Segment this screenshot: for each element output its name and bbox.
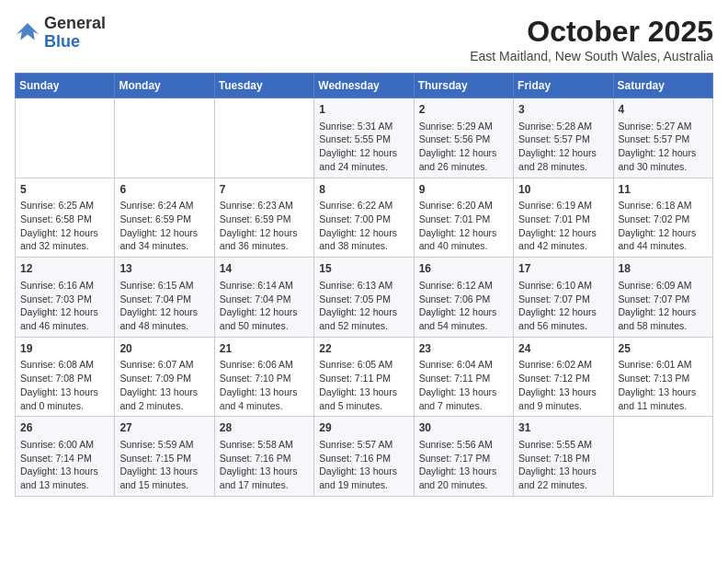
day-number: 25 (619, 341, 708, 357)
calendar-cell: 28Sunrise: 5:58 AM Sunset: 7:16 PM Dayli… (214, 417, 313, 497)
calendar-cell (214, 98, 313, 178)
cell-content: Sunrise: 6:07 AM Sunset: 7:09 PM Dayligh… (119, 358, 209, 412)
calendar-cell: 15Sunrise: 6:13 AM Sunset: 7:05 PM Dayli… (314, 258, 414, 338)
calendar-cell: 1Sunrise: 5:31 AM Sunset: 5:55 PM Daylig… (314, 98, 414, 178)
day-number: 30 (419, 420, 508, 436)
location-text: East Maitland, New South Wales, Australi… (470, 49, 713, 63)
weekday-header-tuesday: Tuesday (214, 74, 313, 98)
day-number: 29 (319, 420, 408, 436)
month-title: October 2025 (470, 15, 713, 49)
calendar-cell: 5Sunrise: 6:25 AM Sunset: 6:58 PM Daylig… (16, 178, 115, 258)
calendar-cell (613, 417, 712, 497)
cell-content: Sunrise: 6:18 AM Sunset: 7:02 PM Dayligh… (619, 199, 708, 253)
calendar-cell: 22Sunrise: 6:05 AM Sunset: 7:11 PM Dayli… (314, 337, 414, 417)
day-number: 13 (119, 261, 209, 277)
day-number: 7 (220, 182, 309, 198)
weekday-header-thursday: Thursday (414, 74, 513, 98)
day-number: 6 (119, 182, 209, 198)
cell-content: Sunrise: 5:55 AM Sunset: 7:18 PM Dayligh… (518, 438, 608, 492)
cell-content: Sunrise: 5:59 AM Sunset: 7:15 PM Dayligh… (119, 438, 209, 492)
calendar-cell: 14Sunrise: 6:14 AM Sunset: 7:04 PM Dayli… (214, 258, 313, 338)
day-number: 23 (419, 341, 508, 357)
day-number: 2 (419, 102, 508, 118)
weekday-header-wednesday: Wednesday (314, 74, 414, 98)
calendar-week-row: 1Sunrise: 5:31 AM Sunset: 5:55 PM Daylig… (16, 98, 713, 178)
cell-content: Sunrise: 6:19 AM Sunset: 7:01 PM Dayligh… (518, 199, 608, 253)
cell-content: Sunrise: 6:09 AM Sunset: 7:07 PM Dayligh… (619, 279, 708, 333)
calendar-cell: 10Sunrise: 6:19 AM Sunset: 7:01 PM Dayli… (514, 178, 613, 258)
calendar-cell: 16Sunrise: 6:12 AM Sunset: 7:06 PM Dayli… (414, 258, 513, 338)
calendar-cell: 23Sunrise: 6:04 AM Sunset: 7:11 PM Dayli… (414, 337, 513, 417)
logo-blue-text: Blue (44, 32, 80, 51)
day-number: 9 (419, 182, 508, 198)
day-number: 22 (319, 341, 408, 357)
cell-content: Sunrise: 6:20 AM Sunset: 7:01 PM Dayligh… (419, 199, 508, 253)
page-header: General Blue October 2025 East Maitland,… (15, 15, 713, 63)
day-number: 5 (20, 182, 109, 198)
cell-content: Sunrise: 6:24 AM Sunset: 6:59 PM Dayligh… (119, 199, 209, 253)
cell-content: Sunrise: 6:00 AM Sunset: 7:14 PM Dayligh… (20, 438, 109, 492)
weekday-header-saturday: Saturday (613, 74, 712, 98)
cell-content: Sunrise: 5:56 AM Sunset: 7:17 PM Dayligh… (419, 438, 508, 492)
cell-content: Sunrise: 5:57 AM Sunset: 7:16 PM Dayligh… (319, 438, 408, 492)
calendar-cell: 7Sunrise: 6:23 AM Sunset: 6:59 PM Daylig… (214, 178, 313, 258)
calendar-cell: 29Sunrise: 5:57 AM Sunset: 7:16 PM Dayli… (314, 417, 414, 497)
day-number: 11 (619, 182, 708, 198)
calendar-cell: 31Sunrise: 5:55 AM Sunset: 7:18 PM Dayli… (514, 417, 613, 497)
day-number: 17 (518, 261, 608, 277)
calendar-cell: 9Sunrise: 6:20 AM Sunset: 7:01 PM Daylig… (414, 178, 513, 258)
weekday-header-friday: Friday (514, 74, 613, 98)
cell-content: Sunrise: 6:23 AM Sunset: 6:59 PM Dayligh… (220, 199, 309, 253)
weekday-row: SundayMondayTuesdayWednesdayThursdayFrid… (16, 74, 713, 98)
cell-content: Sunrise: 6:15 AM Sunset: 7:04 PM Dayligh… (119, 279, 209, 333)
cell-content: Sunrise: 6:06 AM Sunset: 7:10 PM Dayligh… (220, 358, 309, 412)
day-number: 31 (518, 420, 608, 436)
calendar-week-row: 5Sunrise: 6:25 AM Sunset: 6:58 PM Daylig… (16, 178, 713, 258)
calendar-cell: 19Sunrise: 6:08 AM Sunset: 7:08 PM Dayli… (16, 337, 115, 417)
calendar-cell: 30Sunrise: 5:56 AM Sunset: 7:17 PM Dayli… (414, 417, 513, 497)
calendar-cell: 13Sunrise: 6:15 AM Sunset: 7:04 PM Dayli… (115, 258, 214, 338)
day-number: 1 (319, 102, 408, 118)
logo-bird-icon (15, 20, 40, 46)
calendar-cell: 17Sunrise: 6:10 AM Sunset: 7:07 PM Dayli… (514, 258, 613, 338)
cell-content: Sunrise: 6:05 AM Sunset: 7:11 PM Dayligh… (319, 358, 408, 412)
day-number: 24 (518, 341, 608, 357)
calendar-cell: 8Sunrise: 6:22 AM Sunset: 7:00 PM Daylig… (314, 178, 414, 258)
calendar-cell (16, 98, 115, 178)
day-number: 18 (619, 261, 708, 277)
day-number: 27 (119, 420, 209, 436)
cell-content: Sunrise: 6:22 AM Sunset: 7:00 PM Dayligh… (319, 199, 408, 253)
day-number: 16 (419, 261, 508, 277)
cell-content: Sunrise: 6:10 AM Sunset: 7:07 PM Dayligh… (518, 279, 608, 333)
day-number: 3 (518, 102, 608, 118)
day-number: 20 (119, 341, 209, 357)
logo: General Blue (15, 15, 106, 52)
day-number: 26 (20, 420, 109, 436)
day-number: 12 (20, 261, 109, 277)
title-block: October 2025 East Maitland, New South Wa… (470, 15, 713, 63)
day-number: 15 (319, 261, 408, 277)
cell-content: Sunrise: 6:13 AM Sunset: 7:05 PM Dayligh… (319, 279, 408, 333)
day-number: 21 (220, 341, 309, 357)
calendar-cell: 27Sunrise: 5:59 AM Sunset: 7:15 PM Dayli… (115, 417, 214, 497)
calendar-cell: 18Sunrise: 6:09 AM Sunset: 7:07 PM Dayli… (613, 258, 712, 338)
calendar-cell: 2Sunrise: 5:29 AM Sunset: 5:56 PM Daylig… (414, 98, 513, 178)
weekday-header-sunday: Sunday (16, 74, 115, 98)
cell-content: Sunrise: 5:28 AM Sunset: 5:57 PM Dayligh… (518, 120, 608, 174)
calendar-cell: 12Sunrise: 6:16 AM Sunset: 7:03 PM Dayli… (16, 258, 115, 338)
calendar-cell: 24Sunrise: 6:02 AM Sunset: 7:12 PM Dayli… (514, 337, 613, 417)
cell-content: Sunrise: 5:58 AM Sunset: 7:16 PM Dayligh… (220, 438, 309, 492)
calendar-cell: 20Sunrise: 6:07 AM Sunset: 7:09 PM Dayli… (115, 337, 214, 417)
day-number: 19 (20, 341, 109, 357)
calendar-cell: 11Sunrise: 6:18 AM Sunset: 7:02 PM Dayli… (613, 178, 712, 258)
calendar-cell: 4Sunrise: 5:27 AM Sunset: 5:57 PM Daylig… (613, 98, 712, 178)
calendar-cell: 26Sunrise: 6:00 AM Sunset: 7:14 PM Dayli… (16, 417, 115, 497)
cell-content: Sunrise: 6:25 AM Sunset: 6:58 PM Dayligh… (20, 199, 109, 253)
calendar-cell: 21Sunrise: 6:06 AM Sunset: 7:10 PM Dayli… (214, 337, 313, 417)
cell-content: Sunrise: 6:14 AM Sunset: 7:04 PM Dayligh… (220, 279, 309, 333)
cell-content: Sunrise: 5:29 AM Sunset: 5:56 PM Dayligh… (419, 120, 508, 174)
day-number: 10 (518, 182, 608, 198)
logo-general-text: General (44, 14, 106, 32)
weekday-header-monday: Monday (115, 74, 214, 98)
calendar-cell: 3Sunrise: 5:28 AM Sunset: 5:57 PM Daylig… (514, 98, 613, 178)
